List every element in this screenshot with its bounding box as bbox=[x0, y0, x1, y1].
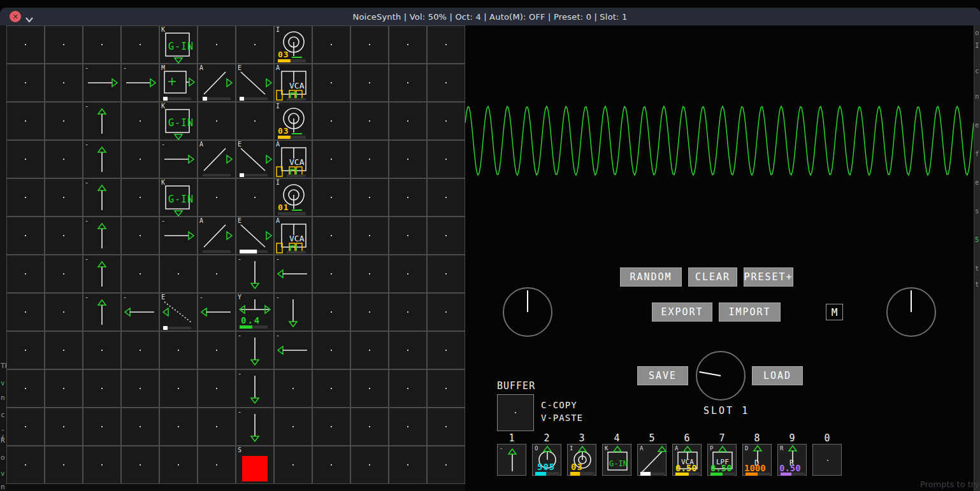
grid-cell[interactable] bbox=[6, 217, 45, 255]
grid-cell[interactable] bbox=[6, 102, 45, 140]
grid-cell[interactable] bbox=[350, 369, 389, 408]
grid-cell[interactable] bbox=[389, 102, 427, 140]
grid-cell[interactable] bbox=[350, 331, 389, 369]
module-wire-up[interactable]: - bbox=[83, 178, 121, 217]
grid-cell[interactable] bbox=[198, 25, 236, 64]
grid-cell[interactable] bbox=[121, 102, 159, 140]
grid-cell[interactable] bbox=[6, 255, 45, 293]
grid-cell[interactable] bbox=[312, 102, 350, 140]
grid-cell[interactable] bbox=[45, 178, 83, 217]
module-wire-right[interactable]: - bbox=[121, 64, 159, 102]
grid-cell[interactable] bbox=[45, 64, 83, 102]
grid-cell[interactable] bbox=[45, 408, 83, 446]
module-wire-down[interactable]: - bbox=[236, 331, 274, 369]
palette-item-pglyph[interactable]: R0.50R bbox=[777, 444, 807, 476]
grid-cell[interactable] bbox=[312, 64, 350, 102]
grid-cell[interactable] bbox=[312, 178, 350, 217]
grid-cell[interactable] bbox=[350, 178, 389, 217]
module-osc[interactable]: 01I bbox=[274, 178, 312, 217]
palette-item-pramp[interactable]: A bbox=[637, 444, 667, 476]
grid-cell[interactable] bbox=[6, 369, 45, 408]
grid-cell[interactable] bbox=[45, 25, 83, 64]
grid-cell[interactable] bbox=[6, 293, 45, 331]
grid-cell[interactable] bbox=[350, 408, 389, 446]
right-knob[interactable] bbox=[886, 287, 936, 337]
grid-cell[interactable] bbox=[159, 408, 198, 446]
grid-cell[interactable] bbox=[198, 178, 236, 217]
mono-toggle[interactable]: M bbox=[826, 304, 843, 320]
module-speaker[interactable]: S bbox=[236, 446, 274, 484]
grid-cell[interactable] bbox=[350, 217, 389, 255]
grid-cell[interactable] bbox=[45, 140, 83, 178]
module-vca[interactable]: VCAA bbox=[274, 64, 312, 102]
module-env-dotted[interactable]: E bbox=[159, 293, 198, 331]
palette-item-VCA[interactable]: VCA0.50A bbox=[672, 444, 702, 476]
grid-cell[interactable] bbox=[350, 293, 389, 331]
grid-cell[interactable] bbox=[45, 331, 83, 369]
grid-cell[interactable] bbox=[389, 331, 427, 369]
module-ramp-up[interactable]: A bbox=[198, 140, 236, 178]
module-wire-left[interactable]: - bbox=[274, 331, 312, 369]
module-wire-right[interactable]: - bbox=[83, 64, 121, 102]
grid-cell[interactable] bbox=[121, 140, 159, 178]
grid-cell[interactable] bbox=[389, 255, 427, 293]
grid-cell[interactable] bbox=[121, 255, 159, 293]
module-vca[interactable]: VCAA bbox=[274, 217, 312, 255]
grid-cell[interactable] bbox=[427, 140, 465, 178]
slot-knob[interactable] bbox=[696, 351, 746, 401]
module-wire-up[interactable]: - bbox=[83, 217, 121, 255]
grid-cell[interactable] bbox=[6, 446, 45, 484]
buffer-box[interactable] bbox=[497, 394, 534, 431]
grid-cell[interactable] bbox=[389, 369, 427, 408]
grid-cell[interactable] bbox=[121, 217, 159, 255]
grid-cell[interactable] bbox=[198, 102, 236, 140]
grid-cell[interactable] bbox=[236, 25, 274, 64]
preset-button[interactable]: PRESET+ bbox=[744, 267, 793, 287]
grid-cell[interactable] bbox=[312, 331, 350, 369]
module-ramp-up[interactable]: A bbox=[198, 217, 236, 255]
grid-cell[interactable] bbox=[274, 369, 312, 408]
grid-cell[interactable] bbox=[427, 178, 465, 217]
export-button[interactable]: EXPORT bbox=[652, 302, 712, 322]
palette-item-LPF[interactable]: LPF0.50P bbox=[707, 444, 737, 476]
grid-cell[interactable] bbox=[389, 178, 427, 217]
save-button[interactable]: SAVE bbox=[637, 366, 688, 385]
grid-cell[interactable] bbox=[427, 255, 465, 293]
grid-cell[interactable] bbox=[312, 408, 350, 446]
grid-cell[interactable] bbox=[121, 331, 159, 369]
grid-cell[interactable] bbox=[159, 331, 198, 369]
module-wire-right[interactable]: - bbox=[159, 140, 198, 178]
module-wire-right[interactable]: - bbox=[159, 217, 198, 255]
grid-cell[interactable] bbox=[389, 25, 427, 64]
clear-button[interactable]: CLEAR bbox=[688, 267, 737, 287]
grid-cell[interactable] bbox=[159, 369, 198, 408]
grid-cell[interactable] bbox=[45, 102, 83, 140]
grid-cell[interactable] bbox=[312, 293, 350, 331]
grid-cell[interactable] bbox=[198, 369, 236, 408]
grid-cell[interactable] bbox=[236, 102, 274, 140]
grid-cell[interactable] bbox=[121, 178, 159, 217]
module-ramp-down[interactable]: E bbox=[236, 217, 274, 255]
module-wire-up[interactable]: - bbox=[83, 102, 121, 140]
grid-cell[interactable] bbox=[198, 408, 236, 446]
module-wire-down[interactable]: - bbox=[236, 408, 274, 446]
grid-cell[interactable] bbox=[121, 408, 159, 446]
palette-item-pglyph[interactable]: D1000D bbox=[742, 444, 772, 476]
grid-cell[interactable] bbox=[6, 331, 45, 369]
module-wire-left[interactable]: - bbox=[121, 293, 159, 331]
load-button[interactable]: LOAD bbox=[752, 366, 803, 385]
module-wire-up[interactable]: - bbox=[83, 255, 121, 293]
grid-cell[interactable] bbox=[83, 331, 121, 369]
module-splitter[interactable]: 0.4Y bbox=[236, 293, 274, 331]
grid-cell[interactable] bbox=[389, 293, 427, 331]
grid-cell[interactable] bbox=[312, 255, 350, 293]
grid-cell[interactable] bbox=[312, 446, 350, 484]
import-button[interactable]: IMPORT bbox=[719, 302, 781, 322]
grid-cell[interactable] bbox=[350, 446, 389, 484]
grid-cell[interactable] bbox=[427, 369, 465, 408]
grid-cell[interactable] bbox=[159, 446, 198, 484]
module-ramp-down[interactable]: E bbox=[236, 140, 274, 178]
grid-cell[interactable] bbox=[427, 408, 465, 446]
grid-cell[interactable] bbox=[236, 178, 274, 217]
module-osc[interactable]: 03I bbox=[274, 102, 312, 140]
